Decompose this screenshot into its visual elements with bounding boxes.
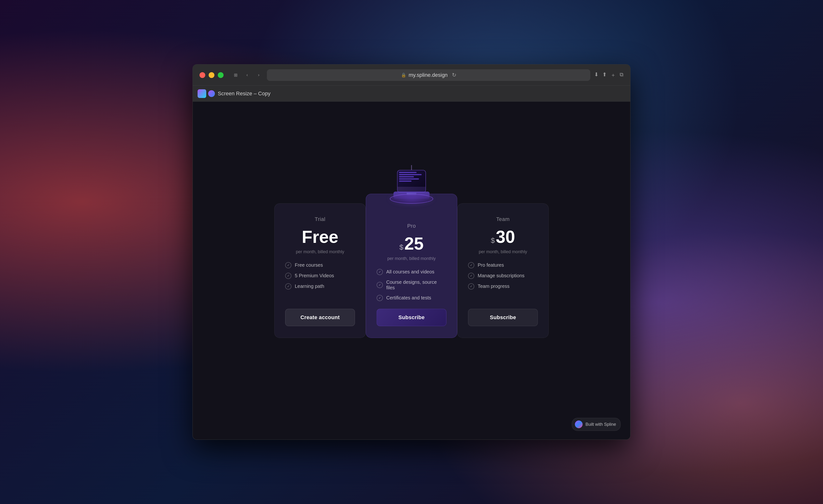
plan-price-row-team: $ 30 bbox=[468, 228, 538, 245]
plan-features-pro: ✓ All courses and videos ✓ Course design… bbox=[377, 269, 446, 301]
maximize-button[interactable] bbox=[218, 72, 223, 78]
subscribe-team-button[interactable]: Subscribe bbox=[468, 309, 538, 326]
tab-bar: Screen Resize – Copy bbox=[193, 86, 630, 102]
feature-pro-2: ✓ Certificates and tests bbox=[377, 295, 446, 301]
plan-price-trial: Free bbox=[302, 228, 338, 245]
check-icon-trial-1: ✓ bbox=[285, 273, 291, 279]
plan-price-row-trial: Free bbox=[285, 228, 355, 245]
screen-line-3 bbox=[399, 176, 414, 177]
plan-period-pro: per month, billed monthly bbox=[377, 256, 446, 261]
new-tab-icon[interactable]: ＋ bbox=[611, 71, 616, 79]
pricing-card-pro: Pro $ 25 per month, billed monthly ✓ All… bbox=[366, 194, 457, 338]
tab-title[interactable]: Screen Resize – Copy bbox=[218, 91, 271, 97]
plan-features-trial: ✓ Free courses ✓ 5 Premium Videos ✓ Lear… bbox=[285, 262, 355, 290]
url-text: my.spline.design bbox=[408, 72, 448, 78]
check-icon-pro-0: ✓ bbox=[377, 269, 383, 275]
spline-badge-text: Built with Spline bbox=[586, 422, 616, 427]
monitor-body bbox=[397, 170, 426, 193]
feature-team-1: ✓ Manage subscriptions bbox=[468, 273, 538, 279]
plan-period-team: per month, billed monthly bbox=[468, 249, 538, 255]
pricing-card-team: Team $ 30 per month, billed monthly ✓ Pr… bbox=[457, 203, 549, 338]
browser-content: Trial Free per month, billed monthly ✓ F… bbox=[193, 102, 630, 440]
check-icon-trial-2: ✓ bbox=[285, 283, 291, 290]
pricing-card-trial: Trial Free per month, billed monthly ✓ F… bbox=[274, 203, 366, 338]
plan-features-team: ✓ Pro features ✓ Manage subscriptions ✓ … bbox=[468, 262, 538, 290]
lock-icon: 🔒 bbox=[401, 72, 406, 78]
feature-label-trial-1: 5 Premium Videos bbox=[295, 273, 334, 279]
close-button[interactable] bbox=[199, 72, 205, 78]
feature-pro-0: ✓ All courses and videos bbox=[377, 269, 446, 275]
spline-badge[interactable]: Built with Spline bbox=[572, 418, 621, 431]
browser-window: ⊞ ‹ › 🔒 my.spline.design ↻ ⬇ ⬆ ＋ ⧉ Scree… bbox=[192, 64, 631, 440]
sidebar-favicon bbox=[198, 89, 206, 98]
feature-trial-2: ✓ Learning path bbox=[285, 283, 355, 290]
plan-price-row-pro: $ 25 bbox=[377, 235, 446, 252]
traffic-lights bbox=[199, 72, 223, 78]
plan-price-symbol-team: $ bbox=[491, 236, 495, 244]
share-icon[interactable]: ⬆ bbox=[602, 71, 607, 79]
address-bar[interactable]: 🔒 my.spline.design ↻ bbox=[267, 69, 590, 81]
plan-tier-team: Team bbox=[468, 216, 538, 222]
check-icon-pro-2: ✓ bbox=[377, 295, 383, 301]
check-icon-team-1: ✓ bbox=[468, 273, 474, 279]
screen-line-5 bbox=[399, 180, 412, 182]
platform-glow bbox=[387, 192, 436, 206]
check-icon-trial-0: ✓ bbox=[285, 262, 291, 269]
browser-titlebar: ⊞ ‹ › 🔒 my.spline.design ↻ ⬇ ⬆ ＋ ⧉ bbox=[193, 64, 630, 86]
feature-label-team-0: Pro features bbox=[478, 262, 504, 268]
subscribe-pro-button[interactable]: Subscribe bbox=[377, 309, 446, 326]
plan-tier-pro: Pro bbox=[377, 223, 446, 229]
monitor-3d bbox=[385, 158, 438, 211]
feature-label-team-1: Manage subscriptions bbox=[478, 273, 525, 279]
plan-period-trial: per month, billed monthly bbox=[285, 249, 355, 255]
feature-trial-1: ✓ 5 Premium Videos bbox=[285, 273, 355, 279]
check-icon-team-0: ✓ bbox=[468, 262, 474, 269]
tab-favicon bbox=[208, 90, 215, 97]
create-account-button[interactable]: Create account bbox=[285, 309, 355, 326]
feature-label-trial-0: Free courses bbox=[295, 262, 323, 268]
minimize-button[interactable] bbox=[209, 72, 214, 78]
spline-logo-icon bbox=[575, 421, 583, 428]
pricing-container: Trial Free per month, billed monthly ✓ F… bbox=[274, 203, 549, 338]
download-icon[interactable]: ⬇ bbox=[594, 71, 599, 79]
plan-tier-trial: Trial bbox=[285, 216, 355, 222]
screen-line-4 bbox=[399, 178, 419, 180]
feature-label-team-2: Team progress bbox=[478, 284, 509, 289]
forward-button[interactable]: › bbox=[255, 71, 263, 79]
browser-action-buttons: ⬇ ⬆ ＋ ⧉ bbox=[594, 71, 624, 79]
screen-line-2 bbox=[399, 174, 422, 175]
check-icon-team-2: ✓ bbox=[468, 283, 474, 290]
feature-pro-1: ✓ Course designs, source files bbox=[377, 280, 446, 291]
plan-price-pro: 25 bbox=[404, 235, 424, 252]
feature-label-pro-1: Course designs, source files bbox=[386, 280, 446, 291]
feature-team-0: ✓ Pro features bbox=[468, 262, 538, 269]
feature-label-trial-2: Learning path bbox=[295, 284, 324, 289]
screen-line-1 bbox=[399, 172, 417, 173]
reload-icon[interactable]: ↻ bbox=[452, 72, 456, 78]
monitor-screen bbox=[397, 170, 426, 187]
sidebar-toggle-button[interactable]: ⊞ bbox=[231, 71, 240, 79]
feature-trial-0: ✓ Free courses bbox=[285, 262, 355, 269]
pro-illustration bbox=[380, 153, 443, 216]
tabs-icon[interactable]: ⧉ bbox=[620, 71, 624, 79]
check-icon-pro-1: ✓ bbox=[377, 282, 383, 288]
browser-nav-controls: ⊞ ‹ › bbox=[231, 71, 263, 79]
plan-price-team: 30 bbox=[496, 228, 515, 245]
feature-label-pro-0: All courses and videos bbox=[386, 269, 434, 275]
feature-label-pro-2: Certificates and tests bbox=[386, 295, 431, 301]
feature-team-2: ✓ Team progress bbox=[468, 283, 538, 290]
plan-price-symbol-pro: $ bbox=[399, 243, 403, 251]
back-button[interactable]: ‹ bbox=[243, 71, 252, 79]
